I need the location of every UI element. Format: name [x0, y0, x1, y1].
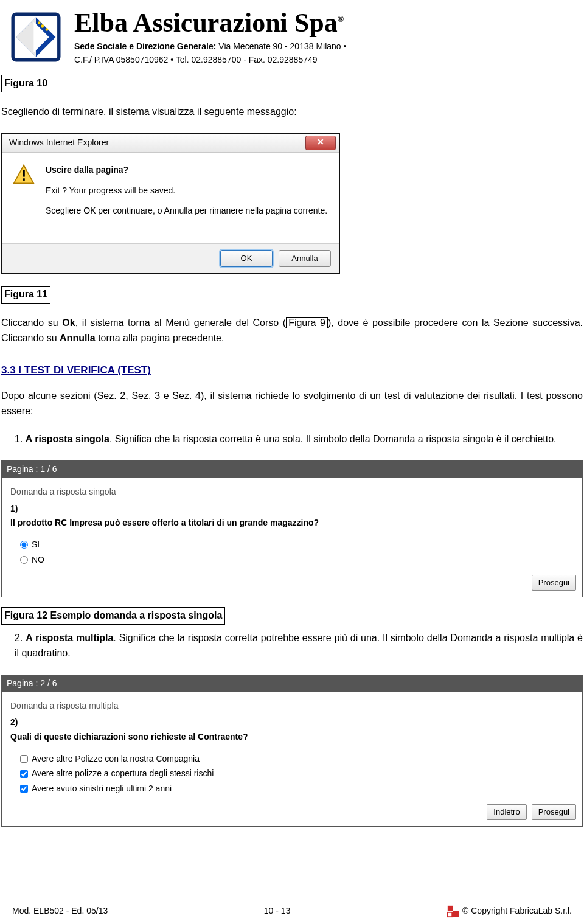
dialog-text: Uscire dalla pagina? Exit ? Your progres… — [46, 164, 327, 225]
list-num: 2. — [15, 633, 26, 643]
address-value: Via Mecenate 90 - 20138 Milano • — [216, 41, 346, 51]
footer-right: © Copyright FabricaLab S.r.l. — [447, 905, 572, 918]
quiz-question: Il prodotto RC Impresa può essere offert… — [10, 516, 574, 530]
option-2[interactable]: Avere altre polizze a copertura degli st… — [20, 767, 574, 780]
dialog-line-1: Uscire dalla pagina? — [46, 164, 327, 177]
radio-si[interactable] — [20, 541, 28, 549]
answer-type-single: A risposta singola — [26, 434, 109, 444]
answer-type-multiple: A risposta multipla — [26, 633, 113, 643]
option-label: Avere altre polizze a copertura degli st… — [32, 767, 214, 780]
list-text: . Significa che la risposta corretta è u… — [109, 434, 557, 444]
brand-title: Elba Assicurazioni Spa® — [74, 10, 575, 36]
svg-point-6 — [38, 21, 41, 24]
dialog-line-3: Scegliere OK per continuare, o Annulla p… — [46, 204, 327, 218]
quiz-page-indicator: Pagina : 2 / 6 — [2, 675, 582, 692]
option-label: NO — [32, 554, 44, 567]
text-fragment: torna alla pagina precedente. — [96, 333, 224, 343]
dialog-titlebar: Windows Internet Explorer ✕ — [2, 134, 339, 153]
option-si[interactable]: SI — [20, 538, 574, 552]
ok-bold: Ok — [62, 318, 75, 328]
intro-paragraph: Scegliendo di terminare, il sistema visu… — [1, 105, 583, 120]
option-3[interactable]: Avere avuto sinistri negli ultimi 2 anni — [20, 782, 574, 796]
list-item-2: 2. A risposta multipla. Significa che la… — [15, 631, 583, 661]
text-fragment: , il sistema torna al Menù generale del … — [75, 318, 286, 328]
svg-point-5 — [46, 28, 49, 31]
checkbox-2[interactable] — [20, 770, 28, 778]
close-button[interactable]: ✕ — [305, 136, 336, 150]
quiz-question: Quali di queste dichiarazioni sono richi… — [10, 731, 574, 744]
option-label: Avere avuto sinistri negli ultimi 2 anni — [32, 782, 172, 796]
checkbox-3[interactable] — [20, 785, 28, 793]
prosegui-button[interactable]: Prosegui — [532, 575, 576, 591]
option-label: SI — [32, 538, 40, 552]
figure-9-ref: Figura 9 — [286, 317, 328, 328]
company-logo — [9, 10, 63, 64]
brand-address: Sede Sociale e Direzione Generale: Via M… — [74, 40, 575, 66]
option-no[interactable]: NO — [20, 554, 574, 567]
annulla-bold: Annulla — [60, 333, 96, 343]
checkbox-1[interactable] — [20, 755, 28, 763]
ie-dialog: Windows Internet Explorer ✕ Uscire dalla… — [1, 133, 340, 274]
company-name: Elba Assicurazioni Spa — [74, 8, 338, 38]
text-fragment: Cliccando su — [1, 318, 62, 328]
section-heading: 3.3 I TEST DI VERIFICA (TEST) — [1, 363, 583, 378]
dialog-button-bar: OK Annulla — [2, 243, 339, 273]
page-footer: Mod. ELB502 - Ed. 05/13 10 - 13 © Copyri… — [0, 905, 584, 918]
radio-no[interactable] — [20, 556, 28, 564]
warning-icon — [13, 164, 35, 186]
list-num: 1. — [15, 434, 26, 444]
quiz-panel-multiple: Pagina : 2 / 6 Domanda a risposta multip… — [1, 675, 583, 827]
cancel-button[interactable]: Annulla — [279, 250, 331, 267]
indietro-button[interactable]: Indietro — [487, 804, 526, 820]
quiz-type-label: Domanda a risposta multipla — [10, 700, 574, 713]
paragraph-after-dialog: Cliccando su Ok, il sistema torna al Men… — [1, 316, 583, 346]
svg-rect-9 — [23, 178, 25, 181]
quiz-number: 1) — [10, 502, 574, 516]
dialog-line-2: Exit ? Your progress will be saved. — [46, 184, 327, 198]
svg-rect-8 — [23, 170, 25, 177]
footer-left: Mod. ELB502 - Ed. 05/13 — [12, 905, 108, 918]
quiz-panel-single: Pagina : 1 / 6 Domanda a risposta singol… — [1, 460, 583, 597]
footer-copyright: © Copyright FabricaLab S.r.l. — [462, 905, 572, 918]
svg-point-4 — [41, 24, 44, 27]
quiz-number: 2) — [10, 716, 574, 729]
prosegui-button[interactable]: Prosegui — [532, 804, 576, 820]
list-item-1: 1. A risposta singola. Significa che la … — [15, 432, 583, 447]
figure-10-label: Figura 10 — [1, 75, 50, 92]
quiz-page-indicator: Pagina : 1 / 6 — [2, 461, 582, 478]
figure-11-label: Figura 11 — [1, 286, 50, 304]
ok-button[interactable]: OK — [220, 250, 273, 267]
svg-rect-12 — [448, 912, 452, 917]
fabricalab-logo-icon — [447, 905, 460, 918]
quiz-options: SI NO — [20, 538, 574, 566]
svg-marker-2 — [16, 18, 36, 57]
option-label: Avere altre Polizze con la nostra Compag… — [32, 752, 200, 766]
footer-center: 10 - 13 — [264, 905, 291, 918]
quiz-options: Avere altre Polizze con la nostra Compag… — [20, 752, 574, 796]
option-1[interactable]: Avere altre Polizze con la nostra Compag… — [20, 752, 574, 766]
registered-mark: ® — [338, 15, 344, 24]
quiz-type-label: Domanda a risposta singola — [10, 485, 574, 499]
svg-rect-11 — [453, 911, 459, 917]
contact-line: C.F./ P.IVA 05850710962 • Tel. 02.928857… — [74, 55, 318, 64]
figure-12-label: Figura 12 Esempio domanda a risposta sin… — [1, 607, 225, 625]
address-label: Sede Sociale e Direzione Generale: — [74, 41, 216, 51]
svg-rect-10 — [448, 906, 453, 911]
page-header: Elba Assicurazioni Spa® Sede Sociale e D… — [0, 0, 584, 69]
tests-intro: Dopo alcune sezioni (Sez. 2, Sez. 3 e Se… — [1, 389, 583, 419]
dialog-title: Windows Internet Explorer — [9, 136, 109, 150]
